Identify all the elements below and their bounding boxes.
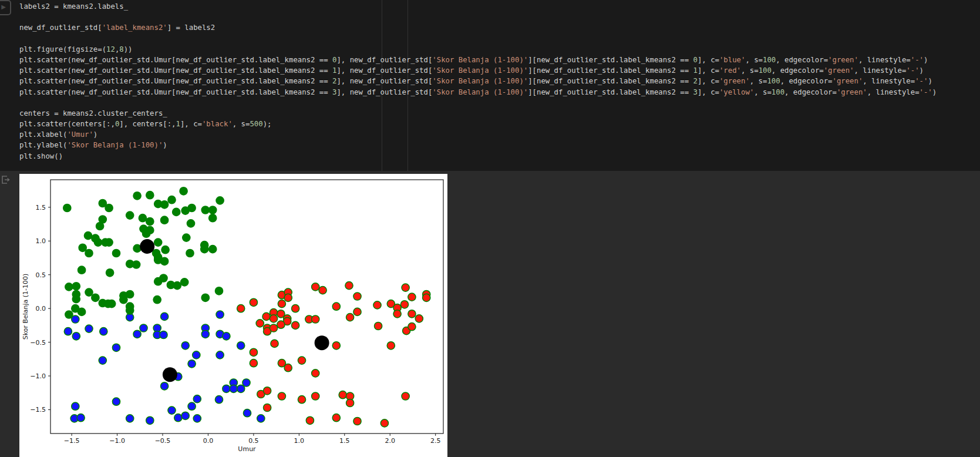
scatter-point-cluster-2-green [180,187,187,195]
scatter-point-cluster-2-green [146,191,154,199]
scatter-point-cluster-2-green [84,232,92,240]
scatter-point-cluster-2-green [154,256,162,264]
scatter-point-cluster-0-blue [174,414,182,422]
scatter-point-cluster-2-green [209,206,217,214]
code-line: plt.figure(figsize=(12,8)) [19,44,937,55]
x-tick-label: −0.5 [155,437,171,445]
scatter-point-cluster-1-red [278,300,285,308]
scatter-point-cluster-2-green [78,266,86,274]
scatter-point-cluster-2-green [201,206,209,214]
scatter-point-cluster-1-red [375,322,382,330]
scatter-point-cluster-0-blue [160,331,167,338]
code-line: plt.scatter(new_df_outlier_std.Umur[new_… [19,55,937,65]
scatter-point-cluster-1-red [292,321,299,329]
scatter-point-cluster-0-blue [216,351,224,359]
goto-output-icon[interactable] [1,175,11,184]
scatter-point-cluster-1-red [271,340,278,347]
y-tick-label: −1.5 [30,406,46,414]
scatter-point-cluster-centers-black [140,239,154,254]
scatter-point-cluster-0-blue [193,351,200,359]
scatter-point-cluster-0-blue [161,382,169,390]
scatter-point-cluster-2-green [154,238,162,246]
scatter-point-cluster-2-green [108,300,116,308]
scatter-point-cluster-0-blue [64,328,72,335]
scatter-point-cluster-0-blue [243,379,250,387]
scatter-point-cluster-2-green [72,283,80,290]
scatter-point-cluster-1-red [380,419,388,427]
scatter-point-cluster-2-green [126,290,134,298]
scatter-point-cluster-2-green [173,282,181,290]
code-line: plt.scatter(new_df_outlier_std.Umur[new_… [19,65,937,76]
scatter-point-cluster-1-red [353,417,361,425]
scatter-point-cluster-0-blue [237,342,245,350]
x-axis-label: Umur [238,445,256,453]
scatter-point-cluster-1-red [270,315,277,322]
code-line [19,98,937,108]
scatter-point-cluster-1-red [250,348,257,356]
y-tick-label: −0.5 [30,339,46,347]
scatter-point-cluster-0-blue [72,332,80,340]
notebook-code-cell[interactable]: ▶ labels2 = kmeans2.labels_ new_df_outli… [0,0,980,171]
run-cell-icon[interactable]: ▶ [0,0,11,15]
scatter-point-cluster-0-blue [72,402,79,410]
scatter-point-cluster-2-green [133,192,141,200]
scatter-point-cluster-2-green [72,295,80,303]
x-tick-label: 0.5 [248,437,259,445]
x-tick-label: 2.5 [430,437,441,445]
x-tick-label: 1.5 [339,437,350,445]
y-tick-label: −1.0 [30,372,46,380]
scatter-point-cluster-1-red [250,359,257,367]
scatter-point-cluster-1-red [346,399,354,406]
x-tick-label: 0.0 [203,437,214,445]
scatter-point-cluster-1-red [415,315,423,322]
scatter-point-cluster-1-red [298,357,305,364]
scatter-point-cluster-1-red [312,283,319,291]
scatter-point-cluster-0-blue [161,312,169,320]
scatter-point-cluster-2-green [201,294,209,301]
scatter-point-cluster-2-green [146,226,154,234]
scatter-point-cluster-0-blue [215,396,223,404]
scatter-point-cluster-0-blue [257,415,265,422]
scatter-point-cluster-1-red [423,294,430,301]
scatter-point-cluster-2-green [188,204,196,211]
code-line: plt.ylabel('Skor Belanja (1-100)') [19,140,937,150]
scatter-point-cluster-0-blue [133,330,141,338]
code-line: plt.xlabel('Umur') [19,129,937,140]
scatter-point-cluster-2-green [65,283,73,291]
scatter-point-cluster-2-green [153,296,161,304]
scatter-point-cluster-1-red [270,324,277,332]
scatter-point-cluster-1-red [298,396,305,404]
code-line [19,12,937,22]
scatter-point-cluster-2-green [106,269,114,277]
y-tick-label: 0.0 [36,305,46,312]
scatter-point-cluster-0-blue [216,311,224,318]
scatter-point-cluster-1-red [284,294,292,301]
code-editor[interactable]: labels2 = kmeans2.labels_ new_df_outlier… [19,1,937,162]
scatter-point-cluster-centers-black [163,367,177,382]
scatter-point-cluster-1-red [346,314,354,321]
scatter-point-cluster-2-green [201,246,208,253]
scatter-point-cluster-0-blue [168,406,176,414]
scatter-point-cluster-2-green [126,211,134,219]
scatter-point-cluster-1-red [408,310,416,318]
scatter-point-cluster-1-red [264,404,271,411]
scatter-point-cluster-1-red [250,298,257,306]
scatter-point-cluster-2-green [160,274,167,282]
scatter-point-cluster-1-red [402,392,409,400]
y-tick-label: 1.5 [36,204,46,211]
scatter-point-cluster-1-red [262,312,270,320]
scatter-point-cluster-1-red [306,416,314,424]
code-line: new_df_outlier_std['label_kmeans2'] = la… [19,22,937,33]
scatter-point-cluster-1-red [400,301,408,308]
scatter-point-cluster-0-blue [181,342,189,350]
y-tick-label: 0.5 [36,271,46,279]
scatter-point-cluster-1-red [408,323,416,331]
x-tick-label: 2.0 [385,437,395,445]
scatter-point-cluster-1-red [256,320,264,327]
code-line: plt.show() [19,151,937,162]
y-axis-label: Skor Belanja (1-100) [22,274,29,340]
code-line: plt.scatter(new_df_outlier_std.Umur[new_… [19,76,937,86]
scatter-point-cluster-1-red [393,310,401,318]
scatter-point-cluster-2-green [126,307,134,314]
scatter-point-cluster-1-red [387,342,395,350]
